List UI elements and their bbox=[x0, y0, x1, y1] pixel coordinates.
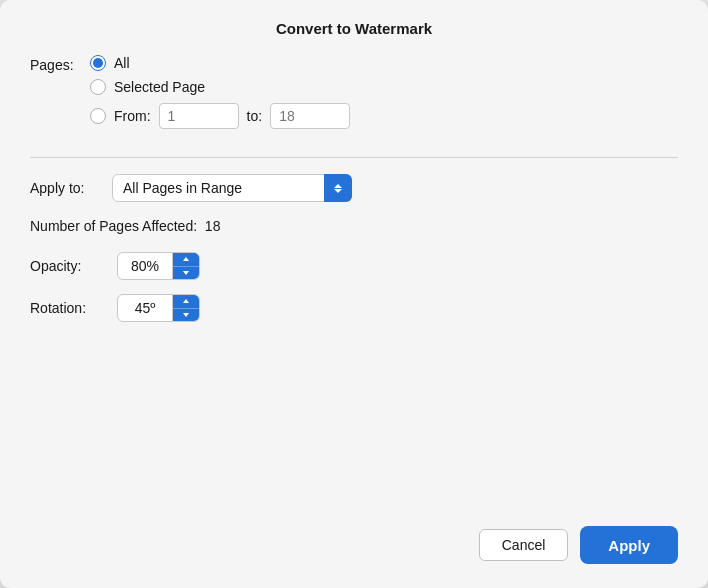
opacity-up-icon bbox=[183, 257, 189, 261]
radio-row-all[interactable]: All bbox=[90, 55, 350, 71]
rotation-value: 45º bbox=[118, 295, 173, 321]
pages-affected-label: Number of Pages Affected: bbox=[30, 218, 197, 234]
pages-affected-value: 18 bbox=[205, 218, 221, 234]
radio-all[interactable] bbox=[90, 55, 106, 71]
pages-section: Pages: All Selected Page From: to: bbox=[30, 55, 678, 129]
apply-to-select[interactable]: All Pages in Range Odd Pages Only Even P… bbox=[112, 174, 352, 202]
to-label: to: bbox=[247, 108, 263, 124]
opacity-stepper: 80% bbox=[117, 252, 200, 280]
divider-1 bbox=[30, 157, 678, 158]
rotation-row: Rotation: 45º bbox=[30, 294, 678, 322]
from-input[interactable] bbox=[159, 103, 239, 129]
radio-selected-label: Selected Page bbox=[114, 79, 205, 95]
rotation-decrement-button[interactable] bbox=[173, 309, 199, 322]
opacity-row: Opacity: 80% bbox=[30, 252, 678, 280]
rotation-increment-button[interactable] bbox=[173, 295, 199, 309]
radio-row-from: From: to: bbox=[90, 103, 350, 129]
rotation-stepper-buttons bbox=[173, 295, 199, 321]
apply-to-label: Apply to: bbox=[30, 180, 100, 196]
pages-affected: Number of Pages Affected: 18 bbox=[30, 218, 678, 234]
opacity-down-icon bbox=[183, 271, 189, 275]
pages-radio-group: All Selected Page From: to: bbox=[90, 55, 350, 129]
apply-button[interactable]: Apply bbox=[580, 526, 678, 564]
cancel-button[interactable]: Cancel bbox=[479, 529, 569, 561]
radio-row-selected[interactable]: Selected Page bbox=[90, 79, 350, 95]
convert-to-watermark-dialog: Convert to Watermark Pages: All Selected… bbox=[0, 0, 708, 588]
dialog-title: Convert to Watermark bbox=[30, 20, 678, 37]
opacity-label: Opacity: bbox=[30, 258, 105, 274]
opacity-stepper-buttons bbox=[173, 253, 199, 279]
apply-to-row: Apply to: All Pages in Range Odd Pages O… bbox=[30, 174, 678, 202]
radio-selected[interactable] bbox=[90, 79, 106, 95]
radio-all-label: All bbox=[114, 55, 130, 71]
radio-from[interactable] bbox=[90, 108, 106, 124]
from-label: From: bbox=[114, 108, 151, 124]
pages-label: Pages: bbox=[30, 57, 90, 73]
to-input[interactable] bbox=[270, 103, 350, 129]
opacity-increment-button[interactable] bbox=[173, 253, 199, 267]
rotation-down-icon bbox=[183, 313, 189, 317]
apply-to-select-wrapper: All Pages in Range Odd Pages Only Even P… bbox=[112, 174, 352, 202]
opacity-value: 80% bbox=[118, 253, 173, 279]
opacity-decrement-button[interactable] bbox=[173, 267, 199, 280]
rotation-label: Rotation: bbox=[30, 300, 105, 316]
rotation-stepper: 45º bbox=[117, 294, 200, 322]
dialog-footer: Cancel Apply bbox=[30, 526, 678, 564]
rotation-up-icon bbox=[183, 299, 189, 303]
